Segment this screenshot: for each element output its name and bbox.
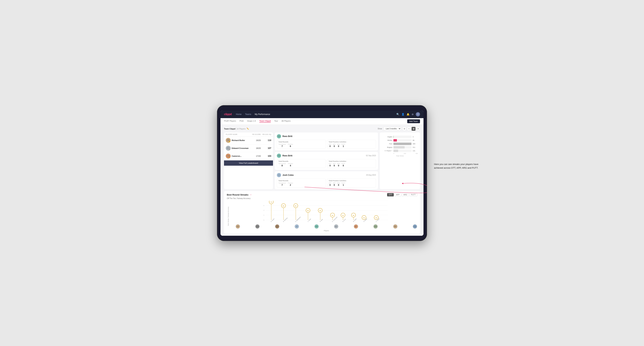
tournament-stat: Tournament 7: [278, 144, 286, 148]
bar-fill: [394, 150, 398, 152]
rank-badge: 1: [229, 141, 231, 143]
search-icon[interactable]: 🔍: [396, 113, 399, 116]
view-leaderboard-button[interactable]: View Full Leaderboard: [224, 161, 273, 166]
settings-view-icon[interactable]: ⚙: [416, 127, 420, 131]
bar-fill: [394, 139, 397, 142]
practice-value: 6: [288, 145, 293, 148]
chart-card: Eagles 3 Birdies 96: [380, 133, 420, 189]
player-info: EC 2 Edward Crossman: [226, 146, 250, 151]
nav-my-performance[interactable]: My Performance: [254, 113, 270, 116]
leaderboard-card: PLAYER NAME PB SCORE PB AVG SQ RB 1 Rich…: [224, 133, 273, 189]
svg-text:B. Ford: B. Ford: [342, 218, 346, 222]
bar-value: 131: [413, 150, 418, 152]
x-label: 400: [416, 153, 418, 154]
player-bubble: BM: [255, 224, 260, 229]
bar-row-pars: Pars 499: [382, 143, 418, 145]
nav-teams[interactable]: Teams: [245, 113, 251, 116]
avatar: JC: [294, 224, 299, 229]
period-select[interactable]: Last 3 months: [384, 127, 401, 131]
avatar: EE: [236, 224, 240, 229]
sub-nav-pga[interactable]: PGA: [240, 120, 244, 123]
svg-text:4: 4: [264, 209, 264, 211]
lb-col-score: PB SCORE: [250, 134, 261, 135]
svg-text:5x: 5x: [307, 210, 309, 211]
player-name: Cameron...: [232, 155, 242, 157]
nav-home[interactable]: Home: [236, 113, 242, 116]
bar-container: [394, 143, 412, 145]
player-bubble: RB: [393, 224, 398, 229]
bar-row-dbogeys: D. Bogeys + 131: [382, 150, 418, 152]
avatar: CQ: [413, 224, 417, 229]
svg-text:4x: 4x: [332, 215, 334, 216]
pb-score: 19/20: [250, 139, 261, 141]
avatar: MM: [373, 224, 378, 229]
filter-ott[interactable]: OTT: [387, 193, 394, 196]
player-info: RB 1 Richard Butler: [226, 138, 250, 143]
avatar: CM 3: [226, 154, 231, 159]
pc-stats: Total Rounds Tournament 7 Practice 6: [277, 140, 376, 149]
chart-bars: Eagles 3 Birdies 96: [382, 136, 418, 152]
practice-title: Total Practice Activities: [329, 180, 374, 181]
settings-icon[interactable]: ⊕: [412, 113, 414, 116]
svg-text:6: 6: [264, 205, 264, 206]
player-bubble: MM: [373, 224, 378, 229]
x-label: 0: [394, 153, 394, 154]
filter-arg[interactable]: ARG: [402, 193, 409, 196]
team-title: Team Clippd 14 Players ✏️: [224, 128, 249, 130]
x-label: 200: [404, 153, 406, 154]
sub-nav-hcaps[interactable]: Hcaps 1-5: [247, 120, 256, 123]
pc-header: RB Rees Britt 02 Sep 2023: [277, 154, 376, 158]
practice-value: 4: [288, 165, 293, 167]
chart-view-icon[interactable]: ▦: [412, 127, 416, 131]
list-view-icon[interactable]: ≡: [407, 127, 411, 131]
player-name: Edward Crossman: [232, 147, 249, 149]
streaks-subtitle: Off The Tee, Fairway Accuracy: [227, 197, 417, 199]
player-bubble: CQ: [413, 224, 417, 229]
pc-stats: Total Rounds Tournament 8 Practice 4: [277, 159, 376, 168]
avatar: BM: [255, 224, 260, 229]
player-cards: RB Rees Britt Total Rounds Tournament: [275, 133, 378, 189]
table-row: RB 1 Richard Butler 19/20 110: [224, 137, 273, 144]
lb-header: PLAYER NAME PB SCORE PB AVG SQ: [224, 133, 273, 137]
grid-view-icon[interactable]: ⊞: [402, 127, 406, 131]
sub-nav-tour[interactable]: Tour: [274, 120, 278, 123]
sub-nav: PGAT Players PGA Hcaps 1-5 Team Clippd T…: [220, 118, 424, 125]
team-controls: Show Last 3 months ⊞ ≡ ▦ ⚙: [378, 127, 420, 131]
player-card-rees-britt-first: RB Rees Britt Total Rounds Tournament: [275, 133, 378, 151]
filter-app[interactable]: APP: [394, 193, 401, 196]
sub-nav-pgat[interactable]: PGAT Players: [224, 120, 236, 123]
annotation-text: Here you can see streaks your players ha…: [434, 163, 480, 170]
player-name: Richard Butler: [232, 139, 245, 141]
person-icon[interactable]: 👤: [402, 113, 404, 116]
tablet-screen: clippd Home Teams My Performance 🔍 👤 🔔 ⊕…: [220, 110, 424, 236]
streaks-header: Best Round Streaks ← OTT APP ARG PUTT: [227, 193, 417, 196]
sub-nav-team-clippd[interactable]: Team Clippd: [259, 120, 271, 123]
nav-links: Home Teams My Performance: [236, 113, 396, 116]
player-bubble: BF: [354, 224, 358, 229]
logo: clippd: [224, 113, 232, 116]
add-team-button[interactable]: Add Team: [407, 119, 420, 123]
avatar[interactable]: U: [416, 112, 420, 116]
edit-icon[interactable]: ✏️: [246, 128, 249, 130]
bar-row-birdies: Birdies 96: [382, 139, 418, 142]
bar-label: Eagles: [382, 136, 392, 138]
y-axis-label: Best Streak, Fairway Accuracy: [228, 206, 229, 225]
bar-row-eagles: Eagles 3: [382, 136, 418, 138]
rank-badge: 2: [229, 149, 231, 151]
player-name: Rees Britt: [282, 155, 292, 157]
svg-text:D. Billingham: D. Billingham: [295, 216, 301, 222]
chart-footer: Total Shots: [382, 155, 418, 157]
bar-value: 3: [413, 136, 418, 138]
sub-nav-all-players[interactable]: All Players: [282, 120, 291, 123]
player-name: Rees Britt: [282, 135, 292, 138]
filter-putt[interactable]: PUTT: [410, 193, 417, 196]
avatar: RB: [314, 224, 319, 229]
svg-text:7x: 7x: [270, 201, 272, 203]
streaks-filter: OTT APP ARG PUTT: [387, 193, 417, 196]
bell-icon[interactable]: 🔔: [406, 113, 410, 116]
svg-text:2: 2: [264, 214, 264, 216]
table-row: CM 3 Cameron... 17/20 103: [224, 152, 273, 160]
avatar: RB 1: [226, 138, 231, 143]
bar-container: [394, 139, 412, 142]
bar-value: 96: [413, 140, 418, 141]
